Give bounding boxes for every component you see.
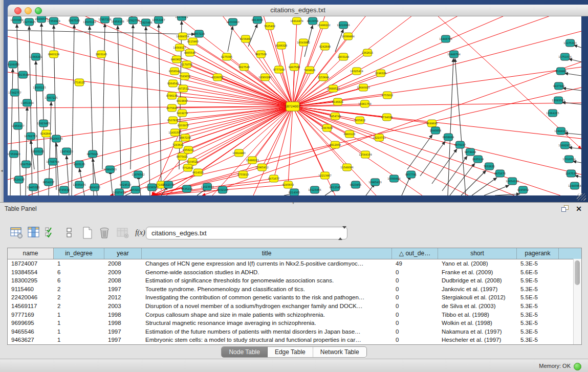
create-table-icon[interactable] <box>81 226 94 239</box>
svg-text:15273645: 15273645 <box>23 20 35 24</box>
svg-text:9146821: 9146821 <box>332 100 343 103</box>
svg-text:16448793: 16448793 <box>439 37 452 40</box>
svg-text:7955812: 7955812 <box>354 119 365 122</box>
svg-text:16914480: 16914480 <box>232 151 245 155</box>
column-header-short[interactable]: short <box>438 248 517 259</box>
svg-text:16914479: 16914479 <box>290 19 303 23</box>
svg-text:9474444: 9474444 <box>465 150 476 154</box>
table-mode-icon[interactable] <box>10 226 24 239</box>
table-row[interactable]: 977716911998Corpus callosum shape and si… <box>8 311 581 319</box>
svg-text:8226058: 8226058 <box>212 76 223 79</box>
svg-text:7625402: 7625402 <box>264 25 275 28</box>
table-row[interactable]: 946362711997Embryonic stem cells: a mode… <box>8 336 581 344</box>
tab-edge-table[interactable]: Edge Table <box>268 347 313 357</box>
svg-text:9397589: 9397589 <box>20 163 32 166</box>
svg-text:12923485: 12923485 <box>37 122 50 125</box>
svg-text:16958107: 16958107 <box>11 124 24 127</box>
column-header-name[interactable]: name <box>8 248 54 259</box>
svg-text:9332145: 9332145 <box>217 188 228 191</box>
svg-text:16958108: 16958108 <box>111 20 124 23</box>
svg-text:13505115: 13505115 <box>33 86 46 89</box>
svg-text:8813054: 8813054 <box>307 19 318 23</box>
table-row[interactable]: 946554611997Estimation of the future num… <box>8 327 581 336</box>
svg-text:13505116: 13505116 <box>83 20 96 24</box>
svg-text:9356544: 9356544 <box>169 70 180 73</box>
svg-text:16099484: 16099484 <box>341 35 354 38</box>
scrollbar-thumb[interactable] <box>575 260 580 285</box>
network-window-titlebar[interactable]: citations_edges.txt <box>8 5 588 16</box>
column-header-pagerank[interactable]: pagerank <box>517 248 559 259</box>
svg-text:10553287: 10553287 <box>152 18 165 21</box>
svg-text:9227342: 9227342 <box>553 84 564 87</box>
table-body: 1872400712008Changes of HCN gene express… <box>8 259 581 344</box>
svg-text:9275085: 9275085 <box>221 55 232 58</box>
select-columns-icon[interactable] <box>44 226 57 239</box>
svg-text:11568291: 11568291 <box>29 55 42 58</box>
svg-text:9867234: 9867234 <box>180 136 191 139</box>
svg-text:14569117: 14569117 <box>173 46 186 49</box>
column-header-title[interactable]: title <box>142 248 392 259</box>
svg-text:19384554: 19384554 <box>176 35 189 38</box>
collapse-left-icon[interactable]: ◂ <box>0 169 4 173</box>
table-row[interactable]: 1872400712008Changes of HCN gene express… <box>8 259 581 268</box>
svg-text:9104523: 9104523 <box>187 160 198 163</box>
svg-text:7857224: 7857224 <box>193 32 205 35</box>
column-header-in_degree[interactable]: in_degree <box>54 248 104 259</box>
svg-text:8542376: 8542376 <box>163 183 174 186</box>
left-collapse-strip: ◂ <box>0 0 4 202</box>
table-selector-value: citations_edges.txt <box>151 227 207 239</box>
node-table: namein_degreeyeartitle△ out_de…shortpage… <box>7 248 582 345</box>
svg-text:3419274: 3419274 <box>177 112 188 115</box>
svg-text:10965433: 10965433 <box>368 181 381 184</box>
svg-text:2935114: 2935114 <box>472 158 484 161</box>
svg-text:9923456: 9923456 <box>350 183 361 186</box>
table-row[interactable]: 911546021997Tourette syndrome. Phenomeno… <box>8 285 581 294</box>
svg-text:7583654: 7583654 <box>179 75 190 78</box>
delete-table-icon[interactable] <box>98 226 111 239</box>
table-row[interactable]: 969969511998Structural magnetic resonanc… <box>8 319 581 327</box>
svg-text:9245653: 9245653 <box>282 183 294 186</box>
status-bar: Memory: OK <box>0 359 588 372</box>
show-column-icon[interactable] <box>27 226 40 239</box>
table-selector-dropdown[interactable]: citations_edges.txt <box>146 227 347 239</box>
svg-text:9699695: 9699695 <box>426 122 438 125</box>
table-vertical-scrollbar[interactable] <box>573 259 581 344</box>
svg-text:1167533: 1167533 <box>565 172 577 175</box>
svg-text:10236547: 10236547 <box>145 186 158 189</box>
function-builder-icon[interactable]: f(x) <box>134 226 147 239</box>
tab-node-table[interactable]: Node Table <box>222 347 268 357</box>
float-panel-icon[interactable] <box>561 205 569 212</box>
column-header-year[interactable]: year <box>104 248 142 259</box>
svg-text:18325419: 18325419 <box>350 70 363 73</box>
window-resize-grip[interactable] <box>577 193 586 201</box>
svg-text:11431505: 11431505 <box>168 131 181 134</box>
import-table-icon-disabled <box>116 226 129 239</box>
svg-text:2803145: 2803145 <box>96 53 107 56</box>
svg-text:9745632: 9745632 <box>58 188 70 191</box>
svg-text:1196326: 1196326 <box>375 72 386 75</box>
panel-title: Table Panel <box>5 203 37 215</box>
table-row[interactable]: 2242004622012Investigating the contribut… <box>8 293 581 302</box>
svg-text:19218986: 19218986 <box>337 24 350 27</box>
column-header-out_de[interactable]: △ out_de… <box>392 248 438 259</box>
svg-text:12440954: 12440954 <box>568 184 581 187</box>
network-view-canvas[interactable]: 1830029597771699497568746462621536441568… <box>8 16 581 195</box>
svg-text:13364215: 13364215 <box>546 112 559 115</box>
svg-text:17016514: 17016514 <box>562 158 575 161</box>
row-height-icon[interactable] <box>62 226 76 239</box>
svg-text:11023654: 11023654 <box>201 185 213 188</box>
svg-text:9913541: 9913541 <box>17 73 29 76</box>
tab-network-table[interactable]: Network Table <box>313 347 366 357</box>
table-row[interactable]: 1456911722003Disruption of a novel membe… <box>8 302 581 311</box>
citation-network-graph[interactable]: 1830029597771699497568746462621536441568… <box>8 16 581 195</box>
svg-text:2803144: 2803144 <box>338 55 349 58</box>
svg-text:9356211: 9356211 <box>183 148 194 151</box>
svg-text:11548086: 11548086 <box>340 166 353 169</box>
table-row[interactable]: 1830029562008Estimation of significance … <box>8 276 581 285</box>
svg-text:9203976: 9203976 <box>178 124 189 127</box>
table-header-row: namein_degreeyeartitle△ out_de…shortpage… <box>8 248 581 259</box>
svg-text:2718121: 2718121 <box>74 81 85 84</box>
svg-text:8454749: 8454749 <box>330 115 341 118</box>
table-row[interactable]: 1938455462009Genome-wide association stu… <box>8 268 581 277</box>
close-panel-icon[interactable]: ✕ <box>576 204 582 213</box>
